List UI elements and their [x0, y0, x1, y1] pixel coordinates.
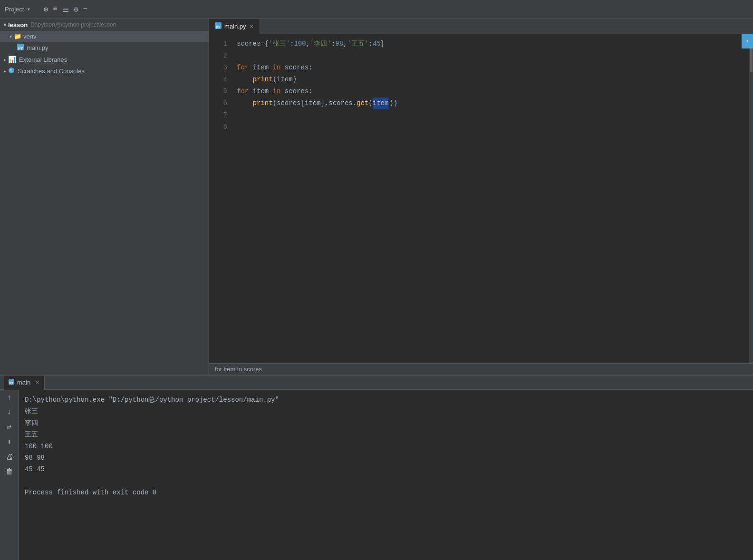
- triangle-icon: ▾: [4, 22, 6, 28]
- process-finished-text: Process finished with exit code 0: [25, 489, 156, 496]
- project-root-name: lesson: [8, 21, 28, 29]
- external-libs-label: External Libraries: [19, 56, 67, 63]
- venv-label: venv: [23, 33, 36, 40]
- console-exit-line: Process finished with exit code 0: [25, 487, 747, 498]
- tooltip-bar: for item in scores: [209, 363, 753, 375]
- code-line-3: for item in scores:: [237, 62, 749, 74]
- svg-text:py: py: [10, 381, 13, 385]
- toolbar-icons: ⊕ ≡ ⚌ ⚙ −: [44, 5, 88, 14]
- scratches-label: Scratches and Consoles: [18, 68, 85, 75]
- console-empty-line: [25, 476, 747, 486]
- bottom-tab-label: main: [17, 379, 30, 386]
- python-file-icon: py: [17, 44, 24, 52]
- tooltip-text: for item in scores: [215, 366, 262, 373]
- bottom-tab-py-icon: py: [9, 379, 14, 386]
- bottom-tab-bar: py main ✕: [0, 376, 753, 390]
- project-label: Project: [5, 6, 24, 13]
- project-root-path: D:\python总\python project\lesson: [30, 21, 116, 29]
- sidebar-item-mainpy[interactable]: py main.py: [0, 42, 209, 54]
- bottom-sidebar-icons: ↑ ↓ ⇄ ⬇ 🖨 🗑: [0, 390, 19, 560]
- code-line-4: print(item): [237, 74, 749, 86]
- toolbar-left: Project ▾: [5, 6, 30, 13]
- triangle-closed-icon: ▸: [4, 57, 6, 62]
- console-command-line: D:\python\python.exe "D:/python总/python …: [25, 395, 747, 405]
- code-line-7: [237, 109, 749, 121]
- console-out-3: 王五: [25, 429, 747, 440]
- project-root-item[interactable]: ▾ lesson D:\python总\python project\lesso…: [0, 19, 209, 31]
- scroll-top-right-btn[interactable]: ›: [742, 34, 753, 48]
- editor-scrollbar[interactable]: [749, 34, 753, 363]
- code-line-8: [237, 121, 749, 133]
- collapse-icon[interactable]: ⚌: [62, 5, 69, 14]
- triangle-open-icon: ▾: [10, 34, 12, 39]
- editor-area: py main.py ✕ › 1 2 3 4 5 6 7 8: [209, 19, 753, 375]
- minimize-icon[interactable]: −: [83, 5, 88, 14]
- settings-icon[interactable]: ⚙: [74, 5, 78, 14]
- scroll-up-icon[interactable]: ↑: [7, 394, 12, 402]
- svg-text:py: py: [18, 45, 23, 50]
- project-dropdown-arrow[interactable]: ▾: [27, 6, 30, 13]
- line-numbers: 1 2 3 4 5 6 7 8: [209, 34, 233, 363]
- output-98: 98 98: [25, 454, 45, 462]
- download-icon[interactable]: ⬇: [7, 437, 12, 447]
- code-line-1: scores={'张三':100,'李四':98,'王五':45}: [237, 38, 749, 50]
- code-content[interactable]: scores={'张三':100,'李四':98,'王五':45} for it…: [233, 34, 749, 363]
- triangle-closed2-icon: ▸: [4, 68, 6, 74]
- code-line-2: [237, 50, 749, 62]
- rerun-icon[interactable]: ⇄: [7, 422, 12, 432]
- tab-bar: py main.py ✕: [209, 19, 753, 34]
- delete-icon[interactable]: 🗑: [6, 467, 13, 476]
- output-100: 100 100: [25, 443, 53, 450]
- bottom-panel: py main ✕ ↑ ↓ ⇄ ⬇ 🖨 🗑 D:\python\python.e…: [0, 375, 753, 560]
- main-area: ▾ lesson D:\python总\python project\lesso…: [0, 19, 753, 375]
- console-out-6: 45 45: [25, 464, 747, 474]
- tab-py-icon: py: [215, 22, 222, 30]
- sidebar-item-venv[interactable]: ▾ 📁 venv: [0, 31, 209, 42]
- svg-text:py: py: [216, 24, 221, 29]
- folder-icon: 📁: [14, 33, 21, 40]
- bottom-content: ↑ ↓ ⇄ ⬇ 🖨 🗑 D:\python\python.exe "D:/pyt…: [0, 390, 753, 560]
- output-wangwu: 王五: [25, 431, 38, 438]
- print-icon[interactable]: 🖨: [6, 453, 13, 462]
- scratch-icon: S: [8, 67, 15, 75]
- add-file-icon[interactable]: ⊕: [44, 5, 48, 14]
- console-out-5: 98 98: [25, 453, 747, 463]
- sidebar-item-external-libs[interactable]: ▸ 📊 External Libraries: [0, 54, 209, 65]
- code-line-6: 💡 print(scores[item],scores.get(item)): [237, 97, 749, 109]
- output-45: 45 45: [25, 465, 45, 473]
- console-command: D:\python\python.exe "D:/python总/python …: [25, 396, 279, 404]
- tab-label: main.py: [224, 23, 246, 30]
- console-out-2: 李四: [25, 418, 747, 428]
- code-line-5: for item in scores:: [237, 86, 749, 97]
- bottom-tab-main[interactable]: py main ✕: [4, 376, 45, 390]
- bar-chart-icon: 📊: [8, 56, 16, 63]
- output-zhangsan: 张三: [25, 407, 38, 415]
- editor-tab-mainpy[interactable]: py main.py ✕: [209, 19, 260, 34]
- svg-text:S: S: [10, 68, 12, 73]
- bottom-tab-close-icon[interactable]: ✕: [35, 379, 39, 386]
- console-out-4: 100 100: [25, 441, 747, 452]
- top-toolbar: Project ▾ ⊕ ≡ ⚌ ⚙ −: [0, 0, 753, 19]
- mainpy-label: main.py: [27, 44, 48, 51]
- sidebar-item-scratches[interactable]: ▸ S Scratches and Consoles: [0, 65, 209, 77]
- code-editor[interactable]: 1 2 3 4 5 6 7 8 scores={'张三':100,'李四':98…: [209, 34, 753, 363]
- tab-close-icon[interactable]: ✕: [249, 23, 254, 30]
- sidebar: ▾ lesson D:\python总\python project\lesso…: [0, 19, 209, 375]
- scroll-down-icon[interactable]: ↓: [7, 408, 12, 416]
- reformat-icon[interactable]: ≡: [53, 5, 58, 14]
- console-out-1: 张三: [25, 406, 747, 416]
- output-lisi: 李四: [25, 419, 38, 427]
- console-output[interactable]: D:\python\python.exe "D:/python总/python …: [19, 390, 753, 560]
